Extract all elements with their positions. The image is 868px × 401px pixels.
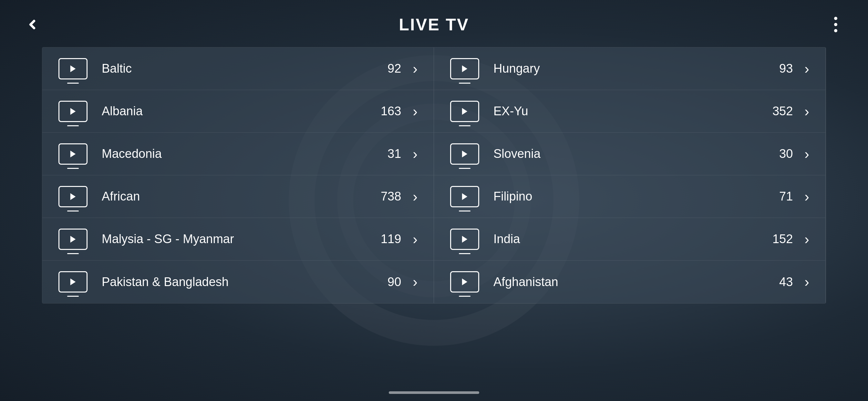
back-button[interactable]	[20, 11, 45, 37]
category-count: 43	[779, 275, 793, 289]
tv-icon	[450, 228, 479, 250]
chevron-right-icon: ›	[413, 62, 417, 76]
chevron-right-icon: ›	[804, 104, 809, 119]
chevron-right-icon: ›	[804, 189, 809, 204]
svg-marker-5	[462, 150, 467, 157]
tv-icon	[58, 143, 88, 165]
list-item[interactable]: African 738 ›	[42, 175, 434, 218]
category-name: EX-Yu	[493, 104, 772, 118]
svg-marker-9	[462, 236, 467, 243]
tv-icon	[58, 186, 88, 207]
svg-marker-6	[70, 193, 75, 200]
svg-marker-2	[70, 108, 75, 115]
chevron-right-icon: ›	[413, 232, 417, 246]
tv-icon	[450, 58, 479, 80]
tv-icon	[450, 101, 479, 122]
list-item[interactable]: India 152 ›	[434, 218, 826, 260]
list-item[interactable]: Albania 163 ›	[42, 90, 434, 133]
tv-icon	[450, 143, 479, 165]
category-grid: Baltic 92 › Hungary 93 › Albania 163 ›	[42, 47, 826, 304]
category-name: Pakistan & Bangladesh	[102, 275, 388, 289]
category-count: 92	[388, 62, 401, 75]
category-count: 119	[381, 232, 401, 246]
chevron-right-icon: ›	[413, 275, 417, 289]
chevron-right-icon: ›	[804, 232, 809, 246]
category-name: Baltic	[102, 62, 388, 75]
chevron-right-icon: ›	[804, 275, 809, 289]
category-name: Filipino	[493, 189, 779, 204]
play-icon	[460, 150, 469, 158]
svg-marker-4	[70, 150, 75, 157]
dot-icon	[834, 23, 837, 26]
svg-marker-3	[462, 108, 467, 115]
tv-icon	[58, 58, 88, 80]
home-indicator	[389, 391, 479, 394]
list-item[interactable]: Hungary 93 ›	[434, 48, 826, 90]
list-item[interactable]: Macedonia 31 ›	[42, 133, 434, 175]
tv-icon	[58, 271, 88, 292]
svg-marker-1	[462, 65, 467, 72]
category-name: Albania	[102, 104, 381, 118]
list-item[interactable]: Filipino 71 ›	[434, 175, 826, 218]
category-count: 163	[381, 104, 401, 118]
play-icon	[68, 107, 78, 116]
more-options-button[interactable]	[823, 11, 848, 37]
category-count: 31	[388, 147, 401, 161]
play-icon	[460, 277, 469, 286]
list-item[interactable]: Baltic 92 ›	[42, 48, 434, 90]
tv-icon	[450, 186, 479, 207]
category-count: 352	[772, 104, 793, 118]
play-icon	[68, 64, 78, 73]
list-item[interactable]: Malysia - SG - Myanmar 119 ›	[42, 218, 434, 260]
category-name: Afghanistan	[493, 275, 779, 289]
svg-marker-7	[462, 193, 467, 200]
chevron-right-icon: ›	[804, 147, 809, 161]
svg-marker-11	[462, 279, 467, 285]
list-item[interactable]: Afghanistan 43 ›	[434, 260, 826, 303]
svg-marker-0	[70, 65, 75, 72]
category-name: Malysia - SG - Myanmar	[102, 232, 381, 246]
dot-icon	[834, 17, 837, 20]
chevron-right-icon: ›	[413, 147, 417, 161]
svg-marker-8	[70, 236, 75, 243]
category-name: Hungary	[493, 62, 779, 75]
page-title: LIVE TV	[399, 15, 469, 34]
play-icon	[68, 277, 78, 286]
category-count: 738	[381, 189, 401, 204]
list-item[interactable]: Pakistan & Bangladesh 90 ›	[42, 260, 434, 303]
category-count: 90	[388, 275, 401, 289]
play-icon	[68, 192, 78, 201]
category-name: Macedonia	[102, 147, 388, 161]
chevron-right-icon: ›	[413, 104, 417, 119]
chevron-right-icon: ›	[804, 62, 809, 76]
category-count: 93	[779, 62, 793, 75]
content-area: Baltic 92 › Hungary 93 › Albania 163 ›	[0, 47, 868, 304]
category-count: 71	[779, 189, 793, 204]
list-item[interactable]: Slovenia 30 ›	[434, 133, 826, 175]
category-count: 30	[779, 147, 793, 161]
tv-icon	[58, 101, 88, 122]
dot-icon	[834, 29, 837, 32]
chevron-right-icon: ›	[413, 189, 417, 204]
play-icon	[68, 235, 78, 244]
play-icon	[460, 235, 469, 244]
category-name: African	[102, 189, 381, 204]
tv-icon	[58, 228, 88, 250]
category-name: Slovenia	[493, 147, 779, 161]
svg-marker-10	[70, 279, 75, 285]
play-icon	[68, 150, 78, 158]
play-icon	[460, 107, 469, 116]
list-item[interactable]: EX-Yu 352 ›	[434, 90, 826, 133]
category-count: 152	[772, 232, 793, 246]
header: LIVE TV	[0, 0, 868, 47]
tv-icon	[450, 271, 479, 292]
play-icon	[460, 64, 469, 73]
play-icon	[460, 192, 469, 201]
category-name: India	[493, 232, 772, 246]
